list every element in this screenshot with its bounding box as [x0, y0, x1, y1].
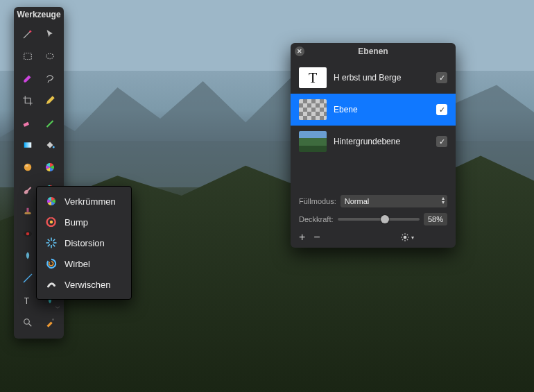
layer-visibility-toggle[interactable]: ✓	[436, 104, 447, 115]
flyout-item-verwischen[interactable]: Verwischen	[37, 274, 131, 295]
svg-point-7	[25, 164, 28, 167]
zoom-icon[interactable]	[17, 312, 39, 333]
opacity-value[interactable]: 58%	[424, 213, 447, 225]
layer-thumbnail-transparent	[299, 99, 327, 120]
layer-row[interactable]: Ebene ✓	[291, 94, 456, 126]
flyout-item-verkruemmen[interactable]: Verkrümmen	[37, 191, 131, 212]
layer-thumbnail-text: T	[299, 67, 327, 88]
svg-rect-9	[27, 208, 29, 212]
pen-icon[interactable]	[39, 90, 61, 111]
brush-icon[interactable]	[17, 68, 39, 89]
layers-panel-title: Ebenen	[358, 46, 388, 56]
crop-icon[interactable]	[17, 90, 39, 111]
bucket-icon[interactable]	[39, 135, 61, 155]
layer-name: H erbst und Berge	[334, 73, 429, 83]
svg-point-18	[404, 236, 407, 239]
spikes-icon	[45, 237, 58, 249]
close-icon[interactable]: ✕	[295, 46, 304, 56]
svg-rect-3	[23, 122, 29, 127]
slider-knob[interactable]	[381, 215, 389, 223]
opacity-row: Deckkraft: 58%	[291, 210, 456, 228]
warp-tool-flyout: Verkrümmen Bump Distorsion Wirbel Verwis…	[36, 186, 132, 300]
layers-panel-header: ✕ Ebenen	[291, 43, 456, 60]
svg-point-17	[50, 221, 53, 224]
blend-mode-select[interactable]: Normal ▴▾	[341, 195, 447, 207]
svg-point-5	[53, 146, 55, 148]
layers-panel-spacer	[291, 157, 456, 192]
svg-rect-1	[24, 53, 32, 60]
flyout-item-label: Distorsion	[64, 238, 105, 248]
layer-options-button[interactable]: ▾	[400, 232, 414, 242]
eraser-icon[interactable]	[17, 112, 39, 133]
blend-mode-label: Füllmodus:	[299, 197, 336, 205]
svg-point-0	[29, 31, 31, 33]
opacity-label: Deckkraft:	[299, 215, 334, 223]
swirl-blue-icon	[45, 257, 58, 270]
flyout-item-label: Verwischen	[64, 280, 110, 290]
swirl-red-icon	[45, 216, 58, 228]
layer-thumbnail-image	[299, 131, 327, 152]
pinwheel-icon	[45, 195, 58, 207]
layer-visibility-toggle[interactable]: ✓	[436, 72, 447, 83]
layers-panel-footer: + − ▾	[291, 228, 456, 242]
flyout-item-label: Verkrümmen	[64, 196, 116, 207]
pencil-icon[interactable]	[39, 112, 61, 133]
svg-text:T: T	[24, 296, 30, 306]
svg-rect-8	[25, 212, 31, 214]
chevron-down-icon: ▾	[411, 235, 414, 241]
flyout-item-distorsion[interactable]: Distorsion	[37, 232, 131, 253]
tools-panel-title: Werkzeuge	[14, 7, 64, 24]
svg-point-2	[46, 53, 54, 59]
gradient-icon[interactable]	[17, 135, 39, 155]
gear-icon	[400, 232, 410, 242]
chevron-updown-icon: ▴▾	[442, 196, 445, 205]
svg-rect-4	[24, 142, 32, 148]
lasso-icon[interactable]	[39, 68, 61, 89]
svg-point-15	[24, 319, 30, 325]
svg-point-6	[24, 164, 32, 171]
svg-point-16	[52, 318, 54, 321]
remove-layer-button[interactable]: −	[313, 232, 320, 242]
blend-mode-value: Normal	[345, 197, 369, 205]
pointer-icon[interactable]	[39, 24, 61, 44]
layer-name: Hintergrundebene	[334, 137, 429, 146]
marquee-rect-icon[interactable]	[17, 46, 39, 67]
layer-name: Ebene	[334, 105, 429, 114]
marquee-ellipse-icon[interactable]	[39, 46, 61, 67]
layer-row[interactable]: T H erbst und Berge ✓	[291, 62, 456, 94]
smear-icon	[45, 278, 58, 291]
opacity-slider[interactable]	[338, 213, 420, 225]
blend-mode-row: Füllmodus: Normal ▴▾	[291, 192, 456, 210]
layer-list: T H erbst und Berge ✓ Ebene ✓ Hintergrun…	[291, 62, 456, 157]
layers-panel: ✕ Ebenen T H erbst und Berge ✓ Ebene ✓ H…	[291, 43, 456, 248]
wand-icon[interactable]	[17, 24, 39, 44]
pinwheel-icon[interactable]	[39, 157, 61, 178]
svg-point-12	[26, 232, 30, 236]
sphere-icon[interactable]	[17, 157, 39, 178]
flyout-item-label: Bump	[64, 217, 88, 228]
layer-visibility-toggle[interactable]: ✓	[436, 136, 447, 147]
add-layer-button[interactable]: +	[299, 232, 305, 242]
flyout-item-wirbel[interactable]: Wirbel	[37, 253, 131, 274]
flyout-item-bump[interactable]: Bump	[37, 212, 131, 232]
layer-row[interactable]: Hintergrundebene ✓	[291, 126, 456, 157]
eyedropper-icon[interactable]	[39, 312, 61, 333]
flyout-item-label: Wirbel	[64, 259, 90, 269]
